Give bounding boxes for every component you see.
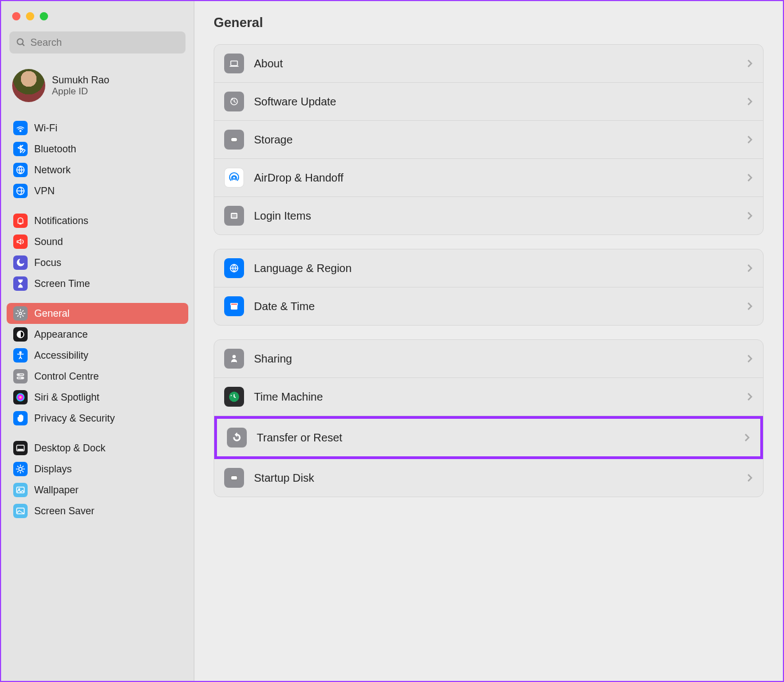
- svg-point-5: [19, 312, 22, 315]
- sidebar-item-label: Network: [34, 164, 71, 176]
- svg-point-29: [233, 355, 236, 358]
- sidebar-item-privacy-security[interactable]: Privacy & Security: [7, 408, 188, 429]
- settings-row-label: Sharing: [254, 353, 746, 365]
- sidebar-item-screen-saver[interactable]: Screen Saver: [7, 500, 188, 521]
- switches-icon: [13, 369, 28, 383]
- svg-point-7: [20, 351, 22, 353]
- settings-row-software-update[interactable]: Software Update: [214, 83, 763, 121]
- list-icon: [224, 206, 244, 226]
- avatar: [12, 69, 45, 102]
- sidebar-item-general[interactable]: General: [7, 303, 188, 324]
- sidebar-item-label: Appearance: [34, 329, 88, 340]
- sidebar-item-accessibility[interactable]: Accessibility: [7, 345, 188, 366]
- chevron-right-icon: [746, 211, 753, 221]
- sidebar-item-screen-time[interactable]: Screen Time: [7, 273, 188, 294]
- vpn-icon: [13, 184, 28, 198]
- sidebar: Sumukh Rao Apple ID Wi-FiBluetoothNetwor…: [1, 1, 194, 681]
- apple-id-account[interactable]: Sumukh Rao Apple ID: [7, 65, 188, 106]
- settings-row-time-machine[interactable]: Time Machine: [214, 378, 763, 416]
- svg-point-11: [22, 377, 23, 379]
- wifi-icon: [13, 121, 28, 135]
- search-icon: [16, 38, 26, 47]
- main-content: General AboutSoftware UpdateStorageAirDr…: [194, 1, 783, 681]
- svg-rect-32: [232, 478, 236, 479]
- settings-row-storage[interactable]: Storage: [214, 121, 763, 159]
- dock-icon: [13, 441, 28, 455]
- calendar-icon: 20: [224, 296, 244, 316]
- chevron-right-icon: [746, 173, 753, 183]
- sidebar-item-network[interactable]: Network: [7, 159, 188, 180]
- settings-row-login-items[interactable]: Login Items: [214, 197, 763, 235]
- timemachine-icon: [224, 387, 244, 407]
- sidebar-item-displays[interactable]: Displays: [7, 459, 188, 479]
- settings-row-label: Software Update: [254, 95, 746, 108]
- settings-panel: AboutSoftware UpdateStorageAirDrop & Han…: [214, 44, 764, 235]
- sidebar-item-label: VPN: [34, 185, 55, 197]
- search-field[interactable]: [9, 31, 186, 54]
- accessibility-icon: [13, 348, 28, 363]
- settings-row-sharing[interactable]: Sharing: [214, 340, 763, 378]
- chevron-right-icon: [746, 473, 753, 483]
- svg-point-0: [17, 39, 23, 45]
- siri-icon: [13, 390, 28, 404]
- settings-row-airdrop-handoff[interactable]: AirDrop & Handoff: [214, 159, 763, 197]
- bell-icon: [13, 214, 28, 228]
- search-input[interactable]: [30, 37, 179, 49]
- settings-panel: Language & Region20Date & Time: [214, 249, 764, 326]
- moon-icon: [13, 255, 28, 270]
- settings-row-label: Startup Disk: [254, 472, 746, 484]
- bluetooth-icon: [13, 142, 28, 156]
- svg-rect-14: [18, 449, 23, 450]
- settings-row-label: About: [254, 57, 746, 70]
- network-icon: [13, 163, 28, 177]
- chevron-right-icon: [744, 433, 750, 443]
- svg-point-10: [18, 374, 19, 375]
- sidebar-item-label: Siri & Spotlight: [34, 392, 99, 403]
- window-controls: [7, 9, 188, 31]
- settings-row-date-time[interactable]: 20Date & Time: [214, 287, 763, 325]
- settings-row-startup-disk[interactable]: Startup Disk: [214, 459, 763, 497]
- update-icon: [224, 92, 244, 111]
- close-button[interactable]: [12, 12, 20, 20]
- sidebar-item-label: General: [34, 308, 70, 319]
- minimize-button[interactable]: [26, 12, 34, 20]
- about-icon: [224, 54, 244, 73]
- settings-row-about[interactable]: About: [214, 45, 763, 83]
- maximize-button[interactable]: [40, 12, 48, 20]
- chevron-right-icon: [746, 354, 753, 364]
- sidebar-item-desktop-dock[interactable]: Desktop & Dock: [7, 438, 188, 459]
- svg-rect-19: [231, 61, 237, 66]
- sidebar-item-label: Control Centre: [34, 371, 99, 382]
- sidebar-item-label: Accessibility: [34, 350, 88, 361]
- settings-row-language-region[interactable]: Language & Region: [214, 249, 763, 287]
- sidebar-item-bluetooth[interactable]: Bluetooth: [7, 138, 188, 159]
- chevron-right-icon: [746, 135, 753, 145]
- sidebar-item-sound[interactable]: Sound: [7, 231, 188, 252]
- sidebar-item-label: Sound: [34, 236, 63, 248]
- sidebar-item-wallpaper[interactable]: Wallpaper: [7, 479, 188, 500]
- airdrop-icon: [224, 168, 244, 188]
- sidebar-item-vpn[interactable]: VPN: [7, 180, 188, 201]
- svg-point-22: [235, 139, 236, 140]
- sidebar-item-appearance[interactable]: Appearance: [7, 324, 188, 345]
- settings-row-label: Date & Time: [254, 300, 746, 313]
- sidebar-item-siri-spotlight[interactable]: Siri & Spotlight: [7, 387, 188, 408]
- sharing-icon: [224, 349, 244, 369]
- disk-icon: [224, 468, 244, 488]
- sound-icon: [13, 235, 28, 249]
- wallpaper-icon: [13, 483, 28, 497]
- hourglass-icon: [13, 276, 28, 291]
- sidebar-item-label: Wi-Fi: [34, 122, 57, 134]
- appearance-icon: [13, 327, 28, 342]
- sidebar-item-notifications[interactable]: Notifications: [7, 210, 188, 231]
- settings-panel: SharingTime MachineTransfer or ResetStar…: [214, 339, 764, 497]
- sidebar-item-control-centre[interactable]: Control Centre: [7, 366, 188, 387]
- sidebar-item-focus[interactable]: Focus: [7, 252, 188, 273]
- settings-row-label: Time Machine: [254, 391, 746, 403]
- account-name: Sumukh Rao: [52, 74, 109, 86]
- globe-icon: [224, 258, 244, 278]
- settings-row-transfer-or-reset[interactable]: Transfer or Reset: [214, 416, 763, 459]
- sidebar-item-wi-fi[interactable]: Wi-Fi: [7, 118, 188, 138]
- settings-row-label: AirDrop & Handoff: [254, 172, 746, 184]
- svg-point-12: [17, 393, 25, 402]
